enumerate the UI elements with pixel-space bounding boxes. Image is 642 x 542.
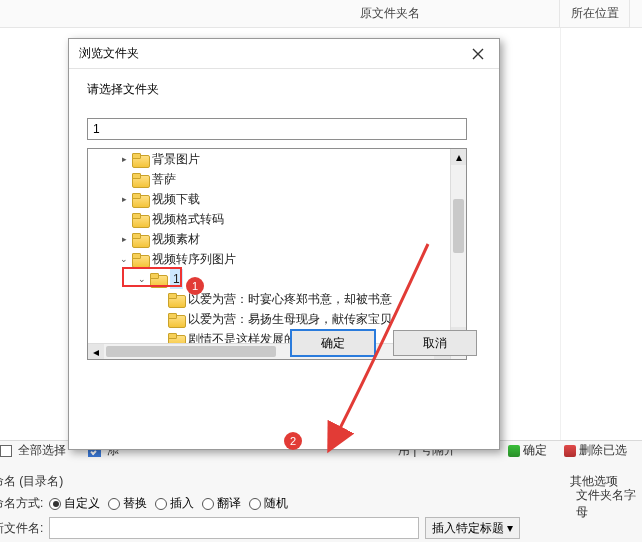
folder-tree[interactable]: ▸背景图片菩萨▸视频下载视频格式转码▸视频素材⌄视频转序列图片⌄1以爱为营：时宴…	[88, 149, 450, 343]
tree-node[interactable]: ⌄1	[88, 269, 450, 289]
annotation-marker-2: 2	[284, 432, 302, 450]
chevron-down-icon: ▾	[507, 521, 513, 535]
tree-node-label: 视频素材	[152, 229, 200, 249]
cancel-button[interactable]: 取消	[393, 330, 477, 356]
annotation-marker-1: 1	[186, 277, 204, 295]
bottom-panel: 全部选择 添 用 | 号隔开 确定 删除已选 命名 (目录名) 其他选项 命名方…	[0, 440, 642, 542]
tree-node-label: 菩萨	[152, 169, 176, 189]
tree-node[interactable]: ▸视频下载	[88, 189, 450, 209]
dialog-prompt: 请选择文件夹	[87, 81, 481, 98]
chevron-icon[interactable]: ⌄	[118, 249, 130, 269]
tree-node-label: 以爱为营：时宴心疼郑书意，却被书意	[188, 289, 392, 309]
dialog-title: 浏览文件夹	[69, 45, 139, 62]
folder-icon	[168, 333, 184, 344]
suffix-label: 文件夹名字母	[576, 487, 642, 521]
folder-icon	[132, 233, 148, 246]
tree-node-label: 视频转序列图片	[152, 249, 236, 269]
tree-node[interactable]: 以爱为营：时宴心疼郑书意，却被书意	[88, 289, 450, 309]
select-all-checkbox[interactable]	[0, 445, 12, 457]
folder-icon	[132, 173, 148, 186]
hscroll-thumb[interactable]	[106, 346, 276, 357]
ok-button[interactable]: 确定	[291, 330, 375, 356]
radio-replace[interactable]: 替换	[108, 495, 147, 512]
tree-node-label: 视频格式转码	[152, 209, 224, 229]
new-name-label: 新文件名:	[0, 520, 43, 537]
chevron-icon[interactable]: ▸	[118, 149, 130, 169]
browse-folder-dialog: 浏览文件夹 请选择文件夹 1 ▸背景图片菩萨▸视频下载视频格式转码▸视频素材⌄视…	[68, 38, 500, 450]
folder-icon	[132, 213, 148, 226]
tree-node[interactable]: ▸视频素材	[88, 229, 450, 249]
rename-method-label: 命名方式:	[0, 495, 43, 512]
delete-selected[interactable]: 删除已选	[579, 442, 627, 459]
tree-node[interactable]: ▸背景图片	[88, 149, 450, 169]
folder-icon	[168, 313, 184, 326]
close-button[interactable]	[457, 39, 499, 69]
radio-translate[interactable]: 翻译	[202, 495, 241, 512]
radio-random[interactable]: 随机	[249, 495, 288, 512]
group-title: 命名 (目录名)	[0, 473, 63, 490]
select-all-label: 全部选择	[18, 442, 66, 459]
folder-icon	[168, 293, 184, 306]
tree-node-label: 以爱为营：易扬生母现身，献传家宝贝	[188, 309, 392, 329]
tree-node-label: 背景图片	[152, 149, 200, 169]
folder-icon	[132, 153, 148, 166]
close-icon	[472, 48, 484, 60]
scroll-left-icon[interactable]: ◂	[88, 344, 104, 360]
delete-icon	[564, 445, 576, 457]
insert-title-dropdown[interactable]: 插入特定标题▾	[425, 517, 520, 539]
tree-node[interactable]: ⌄视频转序列图片	[88, 249, 450, 269]
new-name-input[interactable]	[49, 517, 419, 539]
confirm-icon	[508, 445, 520, 457]
tree-node-label: 1	[170, 269, 183, 289]
tree-node[interactable]: 以爱为营：易扬生母现身，献传家宝贝	[88, 309, 450, 329]
tree-node-label: 视频下载	[152, 189, 200, 209]
column-header-original: 原文件夹名	[140, 6, 420, 20]
tree-node[interactable]: 视频格式转码	[88, 209, 450, 229]
folder-icon	[132, 193, 148, 206]
chevron-icon[interactable]: ▸	[118, 189, 130, 209]
vscroll-thumb[interactable]	[453, 199, 464, 253]
bottom-confirm[interactable]: 确定	[523, 442, 547, 459]
folder-icon	[132, 253, 148, 266]
selected-path-box[interactable]: 1	[87, 118, 467, 140]
tree-node[interactable]: 菩萨	[88, 169, 450, 189]
column-header-location: 所在位置	[560, 0, 630, 27]
chevron-icon[interactable]: ⌄	[136, 269, 148, 289]
vertical-scrollbar[interactable]: ▴ ▾	[450, 149, 466, 343]
scroll-up-icon[interactable]: ▴	[451, 149, 466, 165]
radio-insert[interactable]: 插入	[155, 495, 194, 512]
folder-icon	[150, 273, 166, 286]
radio-custom[interactable]: 自定义	[49, 495, 100, 512]
chevron-icon[interactable]: ▸	[118, 229, 130, 249]
